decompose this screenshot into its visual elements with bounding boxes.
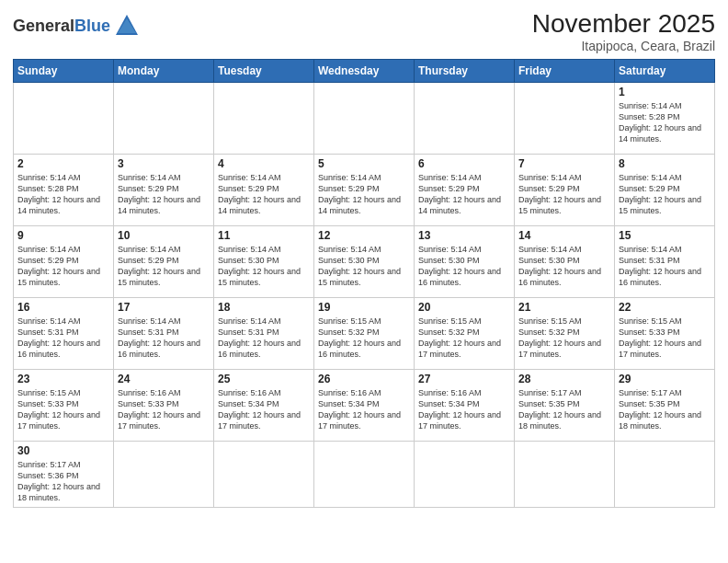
day-number: 30 xyxy=(17,444,109,457)
table-row: 13Sunrise: 5:14 AM Sunset: 5:30 PM Dayli… xyxy=(415,226,515,298)
table-row: 2Sunrise: 5:14 AM Sunset: 5:28 PM Daylig… xyxy=(14,155,114,226)
day-info: Sunrise: 5:15 AM Sunset: 5:33 PM Dayligh… xyxy=(619,316,711,361)
table-row xyxy=(515,83,615,155)
col-sunday: Sunday xyxy=(14,60,114,83)
table-row: 28Sunrise: 5:17 AM Sunset: 5:35 PM Dayli… xyxy=(515,370,615,442)
table-row: 9Sunrise: 5:14 AM Sunset: 5:29 PM Daylig… xyxy=(14,226,114,298)
table-row: 25Sunrise: 5:16 AM Sunset: 5:34 PM Dayli… xyxy=(214,370,314,442)
calendar-week-row: 30Sunrise: 5:17 AM Sunset: 5:36 PM Dayli… xyxy=(14,442,715,508)
day-number: 26 xyxy=(318,373,410,385)
table-row: 11Sunrise: 5:14 AM Sunset: 5:30 PM Dayli… xyxy=(214,226,314,298)
day-number: 29 xyxy=(619,373,711,385)
day-number: 3 xyxy=(118,157,210,170)
calendar-week-row: 2Sunrise: 5:14 AM Sunset: 5:28 PM Daylig… xyxy=(14,155,715,226)
table-row: 27Sunrise: 5:16 AM Sunset: 5:34 PM Dayli… xyxy=(415,370,515,442)
col-thursday: Thursday xyxy=(415,60,515,83)
day-number: 27 xyxy=(418,373,510,385)
header: GeneralBlue November 2025 Itapipoca, Cea… xyxy=(13,9,715,53)
logo: GeneralBlue xyxy=(13,13,140,39)
day-number: 12 xyxy=(318,229,410,242)
day-info: Sunrise: 5:14 AM Sunset: 5:30 PM Dayligh… xyxy=(518,244,610,289)
table-row xyxy=(615,442,715,508)
logo-text: GeneralBlue xyxy=(13,17,110,34)
table-row xyxy=(214,442,314,508)
day-number: 23 xyxy=(17,373,109,385)
title-block: November 2025 Itapipoca, Ceara, Brazil xyxy=(532,9,715,53)
table-row: 3Sunrise: 5:14 AM Sunset: 5:29 PM Daylig… xyxy=(114,155,214,226)
table-row: 15Sunrise: 5:14 AM Sunset: 5:31 PM Dayli… xyxy=(615,226,715,298)
day-number: 21 xyxy=(518,301,610,314)
day-number: 13 xyxy=(418,229,510,242)
day-number: 10 xyxy=(118,229,210,242)
calendar-week-row: 16Sunrise: 5:14 AM Sunset: 5:31 PM Dayli… xyxy=(14,298,715,370)
day-info: Sunrise: 5:15 AM Sunset: 5:32 PM Dayligh… xyxy=(318,316,410,361)
day-number: 17 xyxy=(118,301,210,314)
table-row: 29Sunrise: 5:17 AM Sunset: 5:35 PM Dayli… xyxy=(615,370,715,442)
calendar: Sunday Monday Tuesday Wednesday Thursday… xyxy=(13,59,715,508)
table-row: 17Sunrise: 5:14 AM Sunset: 5:31 PM Dayli… xyxy=(114,298,214,370)
day-info: Sunrise: 5:16 AM Sunset: 5:34 PM Dayligh… xyxy=(318,387,410,432)
calendar-header-row: Sunday Monday Tuesday Wednesday Thursday… xyxy=(14,60,715,83)
day-number: 8 xyxy=(619,157,711,170)
day-info: Sunrise: 5:14 AM Sunset: 5:29 PM Dayligh… xyxy=(619,172,711,217)
day-info: Sunrise: 5:14 AM Sunset: 5:29 PM Dayligh… xyxy=(118,172,210,217)
table-row: 19Sunrise: 5:15 AM Sunset: 5:32 PM Dayli… xyxy=(314,298,415,370)
day-number: 22 xyxy=(619,301,711,314)
col-saturday: Saturday xyxy=(615,60,715,83)
table-row xyxy=(214,83,314,155)
table-row: 6Sunrise: 5:14 AM Sunset: 5:29 PM Daylig… xyxy=(415,155,515,226)
day-info: Sunrise: 5:14 AM Sunset: 5:29 PM Dayligh… xyxy=(17,244,109,289)
table-row: 8Sunrise: 5:14 AM Sunset: 5:29 PM Daylig… xyxy=(615,155,715,226)
day-info: Sunrise: 5:14 AM Sunset: 5:30 PM Dayligh… xyxy=(218,244,310,289)
svg-marker-1 xyxy=(118,18,136,33)
table-row xyxy=(114,442,214,508)
day-info: Sunrise: 5:17 AM Sunset: 5:36 PM Dayligh… xyxy=(17,459,109,504)
day-info: Sunrise: 5:15 AM Sunset: 5:33 PM Dayligh… xyxy=(17,387,109,432)
day-info: Sunrise: 5:14 AM Sunset: 5:29 PM Dayligh… xyxy=(118,244,210,289)
table-row: 20Sunrise: 5:15 AM Sunset: 5:32 PM Dayli… xyxy=(415,298,515,370)
day-number: 25 xyxy=(218,373,310,385)
day-number: 28 xyxy=(518,373,610,385)
table-row: 23Sunrise: 5:15 AM Sunset: 5:33 PM Dayli… xyxy=(14,370,114,442)
day-number: 7 xyxy=(518,157,610,170)
table-row: 24Sunrise: 5:16 AM Sunset: 5:33 PM Dayli… xyxy=(114,370,214,442)
day-info: Sunrise: 5:14 AM Sunset: 5:30 PM Dayligh… xyxy=(318,244,410,289)
table-row: 21Sunrise: 5:15 AM Sunset: 5:32 PM Dayli… xyxy=(515,298,615,370)
day-number: 6 xyxy=(418,157,510,170)
day-info: Sunrise: 5:14 AM Sunset: 5:29 PM Dayligh… xyxy=(418,172,510,217)
day-info: Sunrise: 5:16 AM Sunset: 5:34 PM Dayligh… xyxy=(218,387,310,432)
day-info: Sunrise: 5:17 AM Sunset: 5:35 PM Dayligh… xyxy=(619,387,711,432)
day-number: 20 xyxy=(418,301,510,314)
day-info: Sunrise: 5:14 AM Sunset: 5:31 PM Dayligh… xyxy=(218,316,310,361)
day-number: 1 xyxy=(619,86,711,98)
day-info: Sunrise: 5:14 AM Sunset: 5:28 PM Dayligh… xyxy=(17,172,109,217)
table-row: 1Sunrise: 5:14 AM Sunset: 5:28 PM Daylig… xyxy=(615,83,715,155)
day-number: 16 xyxy=(17,301,109,314)
day-info: Sunrise: 5:17 AM Sunset: 5:35 PM Dayligh… xyxy=(518,387,610,432)
day-number: 11 xyxy=(218,229,310,242)
day-info: Sunrise: 5:14 AM Sunset: 5:29 PM Dayligh… xyxy=(318,172,410,217)
calendar-week-row: 23Sunrise: 5:15 AM Sunset: 5:33 PM Dayli… xyxy=(14,370,715,442)
table-row: 4Sunrise: 5:14 AM Sunset: 5:29 PM Daylig… xyxy=(214,155,314,226)
table-row: 22Sunrise: 5:15 AM Sunset: 5:33 PM Dayli… xyxy=(615,298,715,370)
table-row: 30Sunrise: 5:17 AM Sunset: 5:36 PM Dayli… xyxy=(14,442,114,508)
calendar-week-row: 1Sunrise: 5:14 AM Sunset: 5:28 PM Daylig… xyxy=(14,83,715,155)
day-info: Sunrise: 5:14 AM Sunset: 5:28 PM Dayligh… xyxy=(619,100,711,145)
table-row: 26Sunrise: 5:16 AM Sunset: 5:34 PM Dayli… xyxy=(314,370,415,442)
day-info: Sunrise: 5:14 AM Sunset: 5:30 PM Dayligh… xyxy=(418,244,510,289)
subtitle: Itapipoca, Ceara, Brazil xyxy=(532,39,715,53)
table-row xyxy=(314,83,415,155)
table-row: 16Sunrise: 5:14 AM Sunset: 5:31 PM Dayli… xyxy=(14,298,114,370)
day-number: 24 xyxy=(118,373,210,385)
table-row xyxy=(415,83,515,155)
table-row: 12Sunrise: 5:14 AM Sunset: 5:30 PM Dayli… xyxy=(314,226,415,298)
day-info: Sunrise: 5:15 AM Sunset: 5:32 PM Dayligh… xyxy=(518,316,610,361)
col-friday: Friday xyxy=(515,60,615,83)
day-number: 19 xyxy=(318,301,410,314)
day-info: Sunrise: 5:14 AM Sunset: 5:31 PM Dayligh… xyxy=(118,316,210,361)
day-number: 15 xyxy=(619,229,711,242)
day-number: 14 xyxy=(518,229,610,242)
logo-icon xyxy=(114,13,140,39)
table-row: 14Sunrise: 5:14 AM Sunset: 5:30 PM Dayli… xyxy=(515,226,615,298)
table-row: 5Sunrise: 5:14 AM Sunset: 5:29 PM Daylig… xyxy=(314,155,415,226)
